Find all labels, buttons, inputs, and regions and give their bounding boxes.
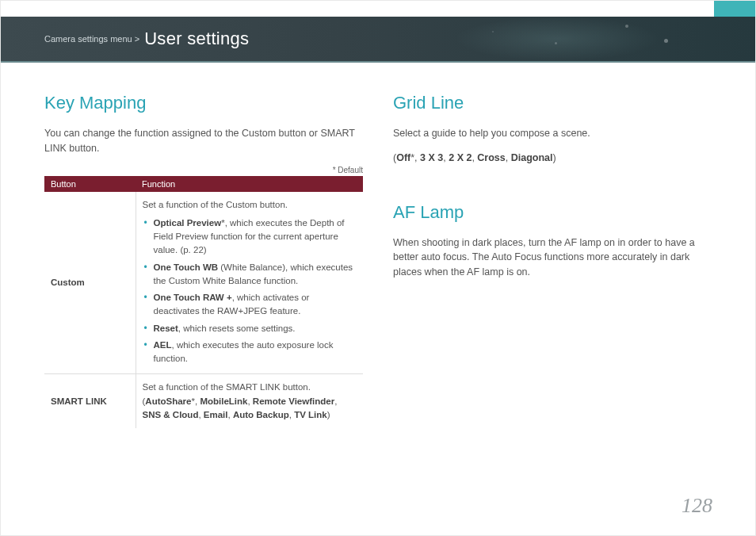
list-item: Optical Preview*, which executes the Dep… xyxy=(143,215,357,259)
list-item: Reset, which resets some settings. xyxy=(143,320,357,337)
table-head-button: Button xyxy=(44,176,136,192)
table-button-cell: SMART LINK xyxy=(44,374,136,428)
option-item: Email xyxy=(204,410,228,419)
list-item: One Touch RAW +, which activates or deac… xyxy=(143,289,357,320)
grid-line-options: (Off*, 3 X 3, 2 X 2, Cross, Diagonal) xyxy=(393,151,712,166)
option-item: MobileLink xyxy=(200,396,247,406)
option-item: Remote Viewfinder xyxy=(253,396,334,406)
list-item: AEL, which executes the auto exposure lo… xyxy=(143,337,357,368)
grid-line-body: Select a guide to help you compose a sce… xyxy=(393,126,712,141)
breadcrumb-prefix: Camera settings menu > xyxy=(44,34,139,44)
right-column: Grid Line Select a guide to help you com… xyxy=(393,93,712,428)
table-row: Custom Set a function of the Custom butt… xyxy=(44,192,363,374)
table-head-function: Function xyxy=(136,176,363,192)
option-item: TV Link xyxy=(294,410,327,419)
table-button-cell: Custom xyxy=(44,192,136,374)
left-column: Key Mapping You can change the function … xyxy=(44,93,363,428)
af-lamp-body: When shooting in dark places, turn the A… xyxy=(393,235,712,280)
page-number: 128 xyxy=(682,494,712,518)
breadcrumb-title: User settings xyxy=(144,29,249,49)
option-item: AutoShare xyxy=(145,396,191,406)
row-lead: Set a function of the Custom button. xyxy=(143,200,288,209)
table-function-cell: Set a function of the Custom button. Opt… xyxy=(136,192,363,374)
option-item: Cross xyxy=(477,152,505,163)
table-row: SMART LINK Set a function of the SMART L… xyxy=(44,374,363,428)
key-mapping-intro: You can change the function assigned to … xyxy=(44,126,363,156)
option-item: Off xyxy=(396,152,410,163)
option-item: 3 X 3 xyxy=(420,152,443,163)
option-item: SNS & Cloud xyxy=(143,410,199,419)
key-mapping-title: Key Mapping xyxy=(44,93,363,113)
row-lead: Set a function of the SMART LINK button. xyxy=(143,382,311,392)
option-item: Auto Backup xyxy=(233,410,289,419)
custom-options-list: Optical Preview*, which executes the Dep… xyxy=(143,215,357,368)
option-item: Diagonal xyxy=(511,152,553,163)
option-item: 2 X 2 xyxy=(449,152,472,163)
af-lamp-title: AF Lamp xyxy=(393,202,712,223)
list-item: One Touch WB (White Balance), which exec… xyxy=(143,259,357,290)
header-band: Camera settings menu > User settings xyxy=(1,17,755,63)
grid-line-title: Grid Line xyxy=(393,93,712,113)
key-mapping-table: Button Function Custom Set a function of… xyxy=(44,176,363,429)
default-note: * Default xyxy=(44,166,363,174)
table-function-cell: Set a function of the SMART LINK button.… xyxy=(136,374,363,428)
